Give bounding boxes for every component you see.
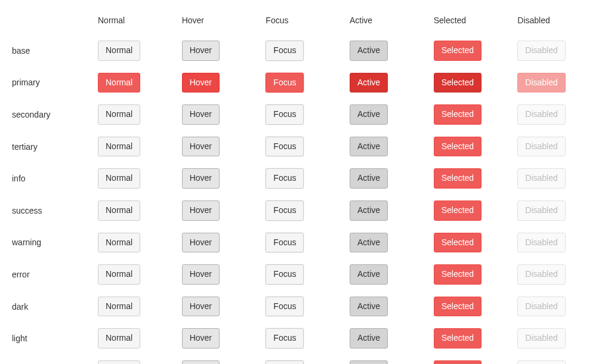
button-inverse-active[interactable]: Active (350, 360, 388, 364)
button-dark-active[interactable]: Active (350, 297, 388, 317)
column-header-disabled: Disabled (517, 12, 599, 29)
cell-light-normal: Normal (98, 328, 180, 348)
button-error-disabled: Disabled (517, 264, 565, 285)
button-primary-hover[interactable]: Hover (182, 73, 220, 93)
button-info-normal[interactable]: Normal (98, 168, 140, 189)
cell-dark-disabled: Disabled (517, 297, 599, 317)
cell-inverse-disabled: Disabled (517, 360, 599, 364)
cell-base-disabled: Disabled (517, 41, 599, 61)
cell-dark-normal: Normal (98, 297, 180, 317)
button-base-hover[interactable]: Hover (182, 41, 220, 61)
button-base-selected[interactable]: Selected (434, 41, 482, 61)
button-error-active[interactable]: Active (350, 264, 388, 285)
button-tertiary-active[interactable]: Active (350, 137, 388, 157)
cell-inverse-hover: Hover (182, 360, 264, 364)
cell-light-focus: Focus (266, 328, 347, 348)
button-light-selected[interactable]: Selected (434, 328, 482, 348)
button-primary-selected[interactable]: Selected (434, 73, 482, 93)
button-dark-hover[interactable]: Hover (182, 297, 220, 317)
button-info-active[interactable]: Active (350, 168, 388, 189)
cell-error-hover: Hover (182, 264, 264, 285)
cell-error-selected: Selected (434, 264, 516, 285)
button-success-selected[interactable]: Selected (434, 200, 482, 221)
button-primary-focus[interactable]: Focus (266, 73, 304, 93)
button-warning-normal[interactable]: Normal (98, 233, 140, 253)
button-success-active[interactable]: Active (350, 200, 388, 221)
button-tertiary-selected[interactable]: Selected (434, 137, 482, 157)
column-header-active: Active (350, 12, 431, 29)
button-info-selected[interactable]: Selected (434, 168, 482, 189)
cell-error-normal: Normal (98, 264, 180, 285)
button-base-normal[interactable]: Normal (98, 41, 140, 61)
button-success-normal[interactable]: Normal (98, 200, 140, 221)
button-secondary-focus[interactable]: Focus (266, 104, 304, 125)
button-tertiary-focus[interactable]: Focus (266, 137, 304, 157)
button-light-active[interactable]: Active (350, 328, 388, 348)
row-label-info: info (12, 174, 95, 183)
button-tertiary-hover[interactable]: Hover (182, 137, 220, 157)
cell-secondary-selected: Selected (434, 104, 516, 125)
cell-primary-focus: Focus (266, 73, 347, 93)
button-states-grid: NormalHoverFocusActiveSelectedDisabledba… (12, 12, 599, 364)
button-warning-selected[interactable]: Selected (434, 233, 482, 253)
button-error-focus[interactable]: Focus (266, 264, 304, 285)
cell-warning-hover: Hover (182, 233, 264, 253)
button-error-selected[interactable]: Selected (434, 264, 482, 285)
button-warning-disabled: Disabled (517, 233, 565, 253)
cell-base-hover: Hover (182, 41, 264, 61)
button-secondary-selected[interactable]: Selected (434, 104, 482, 125)
button-inverse-focus[interactable]: Focus (266, 360, 304, 364)
cell-light-active: Active (350, 328, 431, 348)
button-inverse-normal[interactable]: Normal (98, 360, 140, 364)
button-light-focus[interactable]: Focus (266, 328, 304, 348)
button-dark-focus[interactable]: Focus (266, 297, 304, 317)
cell-error-active: Active (350, 264, 431, 285)
button-secondary-active[interactable]: Active (350, 104, 388, 125)
button-secondary-hover[interactable]: Hover (182, 104, 220, 125)
button-inverse-hover[interactable]: Hover (182, 360, 220, 364)
cell-light-disabled: Disabled (517, 328, 599, 348)
button-base-active[interactable]: Active (350, 41, 388, 61)
button-success-hover[interactable]: Hover (182, 200, 220, 221)
button-warning-focus[interactable]: Focus (266, 233, 304, 253)
column-header-focus: Focus (266, 12, 347, 29)
cell-warning-active: Active (350, 233, 431, 253)
button-info-focus[interactable]: Focus (266, 168, 304, 189)
cell-warning-focus: Focus (266, 233, 347, 253)
button-secondary-normal[interactable]: Normal (98, 104, 140, 125)
cell-warning-normal: Normal (98, 233, 180, 253)
cell-inverse-active: Active (350, 360, 431, 364)
cell-error-disabled: Disabled (517, 264, 599, 285)
cell-base-active: Active (350, 41, 431, 61)
cell-base-focus: Focus (266, 41, 347, 61)
cell-base-selected: Selected (434, 41, 516, 61)
button-primary-active[interactable]: Active (350, 73, 388, 93)
button-inverse-selected[interactable]: Selected (434, 360, 482, 364)
button-info-hover[interactable]: Hover (182, 168, 220, 189)
button-info-disabled: Disabled (517, 168, 565, 189)
button-dark-disabled: Disabled (517, 297, 565, 317)
button-primary-normal[interactable]: Normal (98, 73, 140, 93)
cell-success-active: Active (350, 200, 431, 221)
cell-info-normal: Normal (98, 168, 180, 189)
button-success-focus[interactable]: Focus (266, 200, 304, 221)
cell-secondary-hover: Hover (182, 104, 264, 125)
cell-info-disabled: Disabled (517, 168, 599, 189)
cell-dark-focus: Focus (266, 297, 347, 317)
button-secondary-disabled: Disabled (517, 104, 565, 125)
cell-warning-disabled: Disabled (517, 233, 599, 253)
button-dark-selected[interactable]: Selected (434, 297, 482, 317)
button-tertiary-normal[interactable]: Normal (98, 137, 140, 157)
cell-info-active: Active (350, 168, 431, 189)
button-warning-active[interactable]: Active (350, 233, 388, 253)
button-warning-hover[interactable]: Hover (182, 233, 220, 253)
button-light-hover[interactable]: Hover (182, 328, 220, 348)
button-dark-normal[interactable]: Normal (98, 297, 140, 317)
button-base-focus[interactable]: Focus (266, 41, 304, 61)
button-error-hover[interactable]: Hover (182, 264, 220, 285)
corner-cell (12, 17, 95, 24)
button-light-normal[interactable]: Normal (98, 328, 140, 348)
button-error-normal[interactable]: Normal (98, 264, 140, 285)
cell-tertiary-active: Active (350, 137, 431, 157)
button-base-disabled: Disabled (517, 41, 565, 61)
